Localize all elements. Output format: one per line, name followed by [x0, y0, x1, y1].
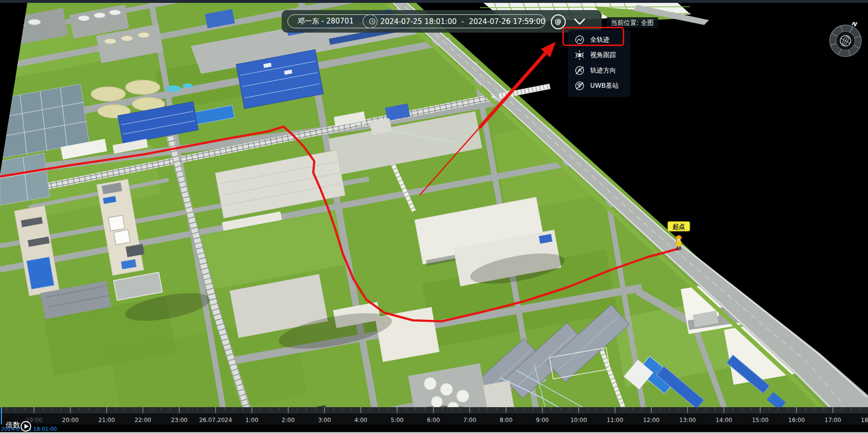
- locate-button[interactable]: @: [550, 13, 566, 30]
- timeline-hour-label: 7:00: [463, 417, 476, 423]
- page-bottom-edge: [0, 432, 868, 434]
- dropdown-menu: 全轨迹视角跟踪轨迹方向UWB基站: [568, 30, 630, 97]
- timeline-hour-label: 10:00: [571, 417, 587, 423]
- view-tracking-icon: [574, 50, 585, 60]
- timeline-hour-label: 3:00: [318, 417, 331, 423]
- timeline-hour-label: 15:00: [752, 417, 769, 423]
- dropdown-item-label: 轨迹方向: [590, 66, 616, 75]
- locate-icon: @: [551, 14, 566, 29]
- start-label: 起点: [668, 222, 690, 231]
- timeline-hour-label: 22:00: [135, 417, 151, 423]
- timeline-hour-label: 2:00: [282, 417, 295, 423]
- timeline-hour-label: 13:00: [679, 417, 696, 423]
- chevron-down-icon: [573, 18, 586, 25]
- clock-icon: [369, 17, 376, 25]
- dropdown-item-label: 全轨迹: [590, 35, 610, 44]
- dropdown-item-full-trajectory[interactable]: 全轨迹: [568, 32, 630, 47]
- timeline-hour-label: 21:00: [98, 417, 115, 423]
- uwb-station-icon: [574, 81, 585, 91]
- timeline-hour-label: 9:00: [536, 417, 549, 423]
- timeline-hour-label: 18:00: [861, 417, 868, 423]
- time-end-value: 2024-07-26 17:59:00: [469, 17, 545, 26]
- timeline-hour-label: 4:00: [354, 417, 367, 423]
- timeline-hour-label: 16:00: [788, 417, 805, 423]
- app-window: 起点 邓一东 - 280701 2024-07-25 18:01:00 - 20…: [0, 0, 868, 434]
- timeline-hour-label: 12:00: [643, 417, 660, 423]
- timeline-hour-label: 20:00: [62, 417, 79, 423]
- time-range-picker[interactable]: 2024-07-25 18:01:00 - 2024-07-26 17:59:0…: [363, 14, 546, 28]
- dropdown-item-label: 视角跟踪: [590, 51, 616, 59]
- multiplier-label: 倍数: [5, 421, 20, 429]
- map-3d-scene[interactable]: 起点: [0, 0, 868, 434]
- dropdown-item-trajectory-direction[interactable]: 轨迹方向: [568, 63, 630, 78]
- timeline-hour-label: 23:00: [171, 417, 188, 423]
- timeline-hour-label: 17:00: [824, 417, 841, 423]
- dropdown-item-uwb-station[interactable]: UWB基站: [568, 78, 630, 94]
- timeline-hour-label: 26.07.2024: [199, 417, 232, 423]
- trajectory-direction-icon: [574, 65, 585, 76]
- person-selector-value: 邓一东 - 280701: [297, 17, 354, 26]
- playback-toolbar: 邓一东 - 280701 2024-07-25 18:01:00 - 2024-…: [282, 10, 602, 33]
- full-trajectory-icon: [574, 35, 585, 45]
- layers-dropdown-toggle[interactable]: [570, 15, 589, 28]
- timeline-bar[interactable]: 19:0020:0021:0022:0023:0026.07.20241:002…: [0, 407, 868, 434]
- dropdown-item-view-tracking[interactable]: 视角跟踪: [568, 47, 630, 63]
- time-range-separator: -: [461, 17, 464, 26]
- timeline-hour-label: 6:00: [427, 417, 440, 423]
- timeline-hour-label: 14:00: [716, 417, 732, 423]
- timeline-hour-label: 1:00: [245, 417, 258, 423]
- timeline-hour-label: 11:00: [607, 417, 624, 423]
- timeline-hour-label: 8:00: [500, 417, 513, 423]
- current-location-badge: 当前位置: 全图: [606, 17, 658, 28]
- compass[interactable]: N: [827, 22, 864, 59]
- time-start-value: 2024-07-25 18:01:00: [380, 17, 457, 26]
- timeline-hour-label: 5:00: [391, 417, 404, 423]
- dropdown-item-label: UWB基站: [590, 82, 619, 90]
- svg-text:起点: 起点: [672, 223, 685, 230]
- play-button[interactable]: [21, 422, 31, 431]
